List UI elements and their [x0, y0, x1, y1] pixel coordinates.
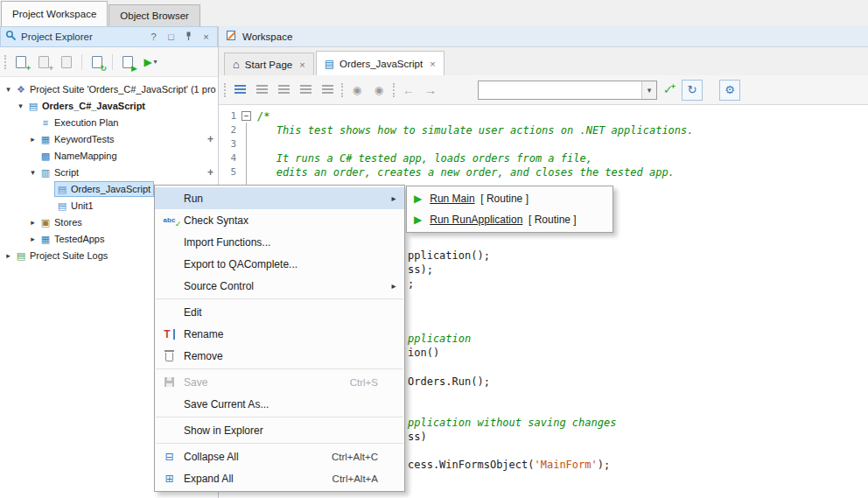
menu-item-label: Expand All — [184, 473, 332, 485]
tab-project-workspace[interactable]: Project Workspace — [1, 1, 108, 26]
tab-orders-javascript[interactable]: ▤ Orders_JavaScript × — [316, 51, 444, 75]
tree-item-execution-plan[interactable]: ≡ Execution Plan — [0, 114, 218, 130]
menu-item-save-current-as[interactable]: Save Current As... — [155, 393, 404, 415]
comment-selection-button[interactable] — [230, 81, 249, 100]
eye-icon: ◉ — [353, 84, 361, 96]
project-explorer-toolbar: + + ↻ ▶ ▶▾ — [0, 47, 218, 77]
menu-item-label: Edit — [184, 306, 388, 319]
menu-item-expand-all[interactable]: ⊞ Expand All Ctrl+Alt+A — [155, 467, 404, 489]
tree-item-project-suite[interactable]: ▾ ❖ Project Suite 'Orders_C#_JavaScript'… — [0, 81, 218, 97]
plus-icon: + — [49, 64, 53, 73]
add-existing-item-button[interactable]: + — [34, 53, 53, 72]
line-number: 3 — [220, 138, 236, 150]
menu-item-edit[interactable]: Edit — [155, 301, 404, 323]
project-icon: ▤ — [26, 101, 40, 111]
menu-item-save[interactable]: Save Ctrl+S — [155, 371, 404, 393]
menu-item-rename[interactable]: T Rename — [155, 323, 404, 345]
menu-separator — [156, 417, 403, 417]
float-window-icon[interactable]: □ — [164, 32, 178, 42]
tree-item-label: Orders_JavaScript — [71, 184, 150, 194]
menu-item-show-in-explorer[interactable]: Show in Explorer — [155, 419, 404, 441]
tab-object-browser[interactable]: Object Browser — [108, 4, 200, 26]
align-left-button[interactable] — [252, 81, 271, 100]
script-unit-icon: ▤ — [55, 200, 69, 211]
fold-collapse-icon[interactable]: − — [242, 111, 251, 121]
script-unit-icon: ▤ — [325, 58, 334, 70]
code-navigation-combobox[interactable]: ▾ — [478, 81, 657, 100]
menu-item-collapse-all[interactable]: ⊟ Collapse All Ctrl+Alt+C — [155, 445, 404, 467]
existing-item-icon: + — [38, 56, 49, 68]
menu-item-run[interactable]: Run ▸ — [155, 187, 404, 209]
show-execution-point-button[interactable]: ◉ — [347, 81, 367, 100]
gear-icon: ⚙ — [724, 83, 735, 96]
chevron-right-icon[interactable]: ▸ — [27, 135, 38, 144]
navigate-back-button[interactable]: ← — [399, 81, 418, 100]
tree-item-project[interactable]: ▾ ▤ Orders_C#_JavaScript — [0, 97, 218, 114]
home-icon: ⌂ — [233, 58, 240, 71]
checkpoint-wizard-button[interactable]: ✓+ — [660, 81, 679, 100]
routine-type: [ Routine ] — [475, 193, 528, 205]
align-right-button[interactable] — [296, 81, 315, 100]
menu-separator — [156, 368, 403, 369]
run-item-button[interactable]: ▶ — [118, 53, 137, 72]
organize-items-button[interactable]: ↻ — [88, 53, 107, 72]
tree-item-namemapping[interactable]: ▩ NameMapping — [0, 147, 218, 164]
selected-tree-item[interactable]: ▤ Orders_JavaScript — [54, 181, 154, 197]
add-new-item-button[interactable]: + — [11, 53, 31, 72]
pin-icon[interactable] — [182, 32, 195, 43]
menu-item-source-control[interactable]: Source Control ▸ — [155, 275, 404, 297]
logs-icon: ▤ — [14, 250, 28, 261]
close-icon[interactable]: × — [200, 32, 213, 42]
code-fragment: ; — [408, 277, 414, 290]
toolbar-grip[interactable] — [393, 83, 395, 97]
testedapps-icon: ▦ — [38, 234, 52, 244]
menu-item-run-runapplication[interactable]: ▶ Run RunApplication [ Routine ] — [407, 209, 612, 230]
tab-start-page[interactable]: ⌂ Start Page × — [224, 53, 314, 75]
toolbar-grip[interactable] — [224, 83, 226, 97]
add-script-unit-button[interactable]: + — [207, 166, 214, 179]
editor-settings-button[interactable]: ⚙ — [719, 80, 740, 101]
chevron-down-icon[interactable]: ▾ — [641, 81, 656, 99]
project-explorer-header: Project Explorer ? □ × — [0, 26, 218, 47]
toolbar-separator — [81, 54, 82, 70]
keywordtests-icon: ▦ — [38, 134, 52, 144]
close-icon[interactable]: × — [299, 60, 304, 70]
indent-button[interactable] — [318, 81, 337, 100]
run-icon: ▶ — [144, 56, 151, 68]
code-text: ); — [598, 459, 610, 471]
routine-type: [ Routine ] — [522, 214, 576, 226]
refresh-button[interactable]: ↻ — [682, 80, 703, 101]
menu-item-export-to-qacomplete[interactable]: Export to QAComplete... — [155, 253, 404, 275]
toolbar-grip[interactable] — [341, 83, 343, 97]
menu-item-run-main[interactable]: ▶ Run Main [ Routine ] — [407, 188, 612, 209]
chevron-down-icon[interactable]: ▾ — [3, 85, 14, 94]
chevron-right-icon[interactable]: ▸ — [3, 251, 14, 260]
new-item-icon: + — [16, 56, 26, 68]
align-center-button[interactable] — [274, 81, 293, 100]
add-keywordtest-button[interactable]: + — [207, 133, 214, 145]
toolbar-grip[interactable] — [4, 55, 6, 69]
chevron-down-icon[interactable]: ▾ — [27, 168, 38, 177]
main-view-tabs: Project Workspace Object Browser — [0, 0, 868, 26]
tree-item-keywordtests[interactable]: ▸ ▦ KeywordTests + — [0, 130, 218, 147]
eye-icon: ◉ — [374, 84, 383, 96]
run-submenu: ▶ Run Main [ Routine ] ▶ Run RunApplicat… — [406, 186, 613, 233]
help-icon[interactable]: ? — [147, 32, 160, 42]
chevron-right-icon[interactable]: ▸ — [27, 218, 38, 227]
chevron-right-icon[interactable]: ▸ — [27, 235, 38, 243]
tree-item-label: Stores — [54, 217, 82, 228]
menu-item-import-functions[interactable]: Import Functions... — [155, 231, 404, 253]
plus-icon: + — [26, 64, 31, 73]
chevron-down-icon[interactable]: ▾ — [15, 102, 26, 110]
watch-button[interactable]: ◉ — [369, 81, 388, 100]
close-icon[interactable]: × — [430, 59, 435, 69]
submenu-arrow-icon: ▸ — [388, 281, 399, 291]
run-button[interactable]: ▶▾ — [141, 53, 160, 72]
code-fragment: ion() — [408, 347, 439, 359]
navigate-forward-button[interactable]: → — [421, 81, 440, 100]
new-document-button[interactable] — [57, 53, 76, 72]
indent-icon — [322, 85, 333, 95]
menu-item-check-syntax[interactable]: abc Check Syntax — [155, 209, 404, 231]
menu-item-remove[interactable]: Remove — [155, 345, 404, 367]
tree-item-script[interactable]: ▾ ▥ Script + — [0, 164, 218, 180]
